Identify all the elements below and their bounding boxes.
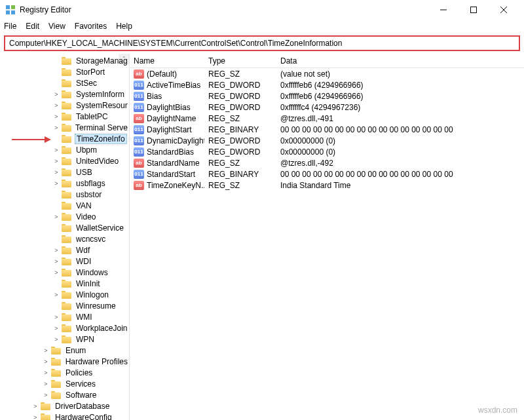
expand-chevron-icon[interactable]: >: [52, 158, 60, 164]
menu-edit[interactable]: Edit: [26, 22, 39, 31]
tree-item[interactable]: wcncsvc: [0, 233, 129, 244]
tree-item[interactable]: >Terminal Serve: [0, 122, 129, 133]
folder-icon: [62, 145, 72, 155]
expand-chevron-icon[interactable]: >: [52, 336, 60, 343]
expand-chevron-icon[interactable]: >: [42, 381, 50, 387]
expand-chevron-icon[interactable]: >: [42, 392, 50, 398]
tree-item[interactable]: WalletService: [0, 222, 129, 233]
expand-chevron-icon[interactable]: >: [52, 113, 60, 120]
col-header-name[interactable]: Name: [130, 56, 204, 66]
tree-item-label: Winlogon: [75, 290, 110, 299]
expand-chevron-icon[interactable]: >: [52, 258, 60, 265]
col-header-data[interactable]: Data: [276, 56, 524, 66]
tree-item[interactable]: >Enum: [0, 345, 129, 356]
tree-item-label: Video: [75, 212, 97, 221]
tree-item[interactable]: >Software: [0, 389, 129, 400]
folder-icon: [62, 179, 72, 188]
expand-chevron-icon[interactable]: >: [52, 269, 60, 276]
expand-chevron-icon[interactable]: >: [52, 147, 60, 153]
tree-item[interactable]: Winresume: [0, 300, 129, 311]
expand-chevron-icon[interactable]: >: [52, 325, 60, 332]
tree-item[interactable]: >HardwareConfig: [0, 411, 129, 420]
tree-item-label: SystemInform: [75, 90, 126, 99]
tree-item[interactable]: >Windows: [0, 267, 129, 278]
tree-panel[interactable]: ˄ StorageManagStorPortStSec>SystemInform…: [0, 54, 130, 420]
tree-item[interactable]: >Ubpm: [0, 144, 129, 155]
tree-item-label: WPN: [75, 335, 96, 344]
tree-item[interactable]: >Hardware Profiles: [0, 356, 129, 367]
list-row[interactable]: abTimeZoneKeyN...REG_SZIndia Standard Ti…: [130, 180, 524, 191]
list-row[interactable]: 011BiasREG_DWORD0xfffffeb6 (4294966966): [130, 90, 524, 102]
folder-icon: [62, 112, 72, 121]
expand-chevron-icon[interactable]: >: [52, 91, 60, 98]
tree-item[interactable]: WinInit: [0, 278, 129, 289]
expand-chevron-icon[interactable]: >: [31, 403, 39, 410]
expand-chevron-icon[interactable]: >: [42, 347, 50, 354]
menu-favorites[interactable]: Favorites: [75, 22, 107, 31]
expand-chevron-icon[interactable]: >: [52, 102, 60, 109]
tree-item[interactable]: TimeZoneInfo: [0, 133, 129, 144]
list-row[interactable]: 011StandardBiasREG_DWORD0x00000000 (0): [130, 146, 524, 157]
expand-chevron-icon[interactable]: >: [42, 358, 50, 365]
binary-value-icon: 011: [134, 147, 144, 157]
tree-item[interactable]: >WMI: [0, 311, 129, 322]
expand-chevron-icon[interactable]: >: [52, 314, 60, 320]
list-row[interactable]: 011DaylightStartREG_BINARY00 00 00 00 00…: [130, 124, 524, 135]
binary-value-icon: 011: [134, 170, 144, 179]
tree-item[interactable]: >Wdf: [0, 244, 129, 256]
tree-item[interactable]: >WPN: [0, 334, 129, 345]
tree-item-label: WalletService: [75, 223, 125, 233]
list-row[interactable]: abStandardNameREG_SZ@tzres.dll,-492: [130, 157, 524, 168]
cell-name: 011DaylightStart: [130, 125, 204, 134]
expand-chevron-icon[interactable]: >: [52, 180, 60, 187]
tree-item[interactable]: >TabletPC: [0, 111, 129, 122]
tree-item[interactable]: >UnitedVideo: [0, 155, 129, 166]
list-row[interactable]: abDaylightNameREG_SZ@tzres.dll,-491: [130, 113, 524, 124]
menu-view[interactable]: View: [48, 22, 66, 31]
expand-chevron-icon[interactable]: >: [42, 370, 50, 376]
expand-chevron-icon[interactable]: >: [52, 124, 60, 131]
tree-item[interactable]: >SystemResour: [0, 100, 129, 111]
tree-item[interactable]: VAN: [0, 200, 129, 211]
close-button[interactable]: [489, 0, 519, 20]
cell-type: REG_BINARY: [204, 170, 276, 179]
expand-chevron-icon[interactable]: >: [52, 247, 60, 254]
tree-item-label: usbflags: [75, 179, 107, 188]
list-row[interactable]: ab(Default)REG_SZ(value not set): [130, 68, 524, 79]
tree-item[interactable]: usbstor: [0, 189, 129, 200]
col-header-type[interactable]: Type: [204, 56, 276, 66]
tree-item[interactable]: StorPort: [0, 66, 129, 77]
minimize-button[interactable]: [428, 0, 458, 20]
list-row[interactable]: 011StandardStartREG_BINARY00 00 00 00 00…: [130, 168, 524, 180]
expand-chevron-icon[interactable]: >: [52, 214, 60, 220]
folder-icon: [62, 235, 72, 244]
menu-help[interactable]: Help: [116, 22, 132, 31]
expand-chevron-icon[interactable]: >: [52, 292, 60, 298]
maximize-button[interactable]: [458, 0, 489, 20]
tree-item[interactable]: >usbflags: [0, 178, 129, 189]
tree-item[interactable]: >USB: [0, 166, 129, 178]
tree-item[interactable]: >Video: [0, 211, 129, 222]
binary-value-icon: 011: [134, 136, 144, 145]
cell-data: 0x00000000 (0): [276, 147, 524, 157]
expand-chevron-icon[interactable]: >: [31, 414, 39, 421]
values-panel[interactable]: Name Type Data ab(Default)REG_SZ(value n…: [130, 54, 524, 420]
expand-chevron-icon[interactable]: >: [52, 169, 60, 176]
cell-data: 0xffffffc4 (4294967236): [276, 103, 524, 112]
list-row[interactable]: 011DynamicDaylight...REG_DWORD0x00000000…: [130, 135, 524, 146]
tree-item[interactable]: StSec: [0, 77, 129, 88]
menu-file[interactable]: File: [4, 22, 16, 31]
cell-name: 011StandardBias: [130, 147, 204, 157]
tree-item[interactable]: >Winlogon: [0, 289, 129, 300]
list-row[interactable]: 011ActiveTimeBiasREG_DWORD0xfffffeb6 (42…: [130, 79, 524, 90]
titlebar[interactable]: Registry Editor: [0, 0, 524, 20]
tree-item[interactable]: >Policies: [0, 367, 129, 378]
tree-item[interactable]: >Services: [0, 378, 129, 389]
address-bar[interactable]: Computer\HKEY_LOCAL_MACHINE\SYSTEM\Curre…: [4, 35, 520, 51]
list-row[interactable]: 011DaylightBiasREG_DWORD0xffffffc4 (4294…: [130, 102, 524, 113]
tree-item[interactable]: StorageManag: [0, 55, 129, 66]
tree-item[interactable]: >SystemInform: [0, 88, 129, 100]
tree-item[interactable]: >WorkplaceJoin: [0, 322, 129, 334]
tree-item[interactable]: >WDI: [0, 256, 129, 267]
tree-item[interactable]: >DriverDatabase: [0, 400, 129, 411]
